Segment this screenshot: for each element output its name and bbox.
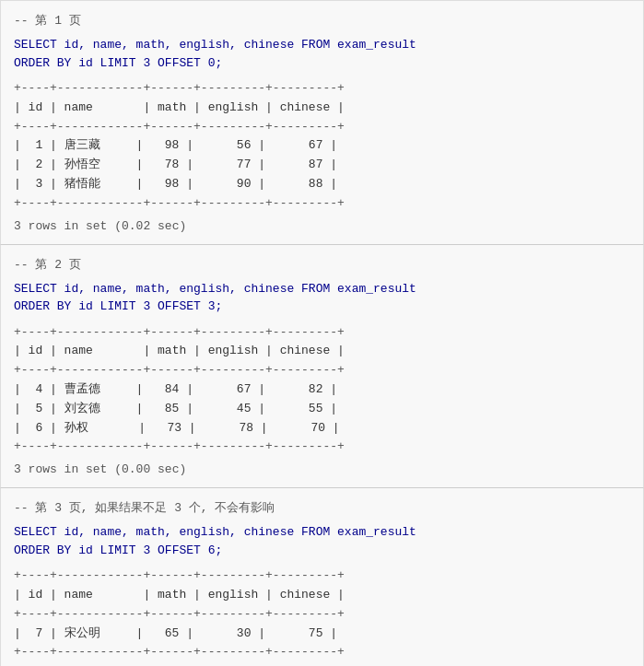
result-status: 3 rows in set (0.00 sec) <box>14 462 630 476</box>
section-3: -- 第 3 页, 如果结果不足 3 个, 不会有影响SELECT id, na… <box>0 488 644 666</box>
sql-line2: ORDER BY id LIMIT 3 OFFSET 6; <box>14 543 222 557</box>
section-comment: -- 第 3 页, 如果结果不足 3 个, 不会有影响 <box>14 499 630 516</box>
table-row: | 1 | 唐三藏 | 98 | 56 | 67 | <box>14 138 337 152</box>
table-header: | id | name | math | english | chinese | <box>14 344 345 357</box>
sql-line1: SELECT id, name, math, english, chinese … <box>14 38 416 52</box>
table-pre: +----+------------+------+---------+----… <box>14 567 630 662</box>
sql-statement: SELECT id, name, math, english, chinese … <box>14 36 630 72</box>
table-pre: +----+------------+------+---------+----… <box>14 323 630 458</box>
result-status: 3 rows in set (0.02 sec) <box>14 219 630 233</box>
sql-line1: SELECT id, name, math, english, chinese … <box>14 282 416 296</box>
table-border-bottom: +----+------------+------+---------+----… <box>14 645 345 659</box>
section-comment: -- 第 1 页 <box>14 12 630 29</box>
result-table: +----+------------+------+---------+----… <box>14 567 630 662</box>
table-divider: +----+------------+------+---------+----… <box>14 363 345 377</box>
table-row: | 2 | 孙悟空 | 78 | 77 | 87 | <box>14 158 337 171</box>
table-border-top: +----+------------+------+---------+----… <box>14 81 345 95</box>
section-comment: -- 第 2 页 <box>14 256 630 273</box>
table-divider: +----+------------+------+---------+----… <box>14 607 345 621</box>
table-header: | id | name | math | english | chinese | <box>14 588 345 602</box>
sql-line2: ORDER BY id LIMIT 3 OFFSET 3; <box>14 299 222 313</box>
table-divider: +----+------------+------+---------+----… <box>14 120 345 134</box>
table-row: | 4 | 曹孟德 | 84 | 67 | 82 | <box>14 382 337 396</box>
table-row: | 7 | 宋公明 | 65 | 30 | 75 | <box>14 626 337 640</box>
sql-statement: SELECT id, name, math, english, chinese … <box>14 523 630 559</box>
table-header: | id | name | math | english | chinese | <box>14 100 345 114</box>
sql-statement: SELECT id, name, math, english, chinese … <box>14 280 630 316</box>
table-border-top: +----+------------+------+---------+----… <box>14 568 345 582</box>
section-2: -- 第 2 页SELECT id, name, math, english, … <box>0 245 644 489</box>
table-row: | 6 | 孙权 | 73 | 78 | 70 | <box>14 421 340 435</box>
sql-line1: SELECT id, name, math, english, chinese … <box>14 525 416 539</box>
sql-line2: ORDER BY id LIMIT 3 OFFSET 0; <box>14 56 222 70</box>
result-table: +----+------------+------+---------+----… <box>14 323 630 458</box>
table-row: | 5 | 刘玄德 | 85 | 45 | 55 | <box>14 402 337 415</box>
table-row: | 3 | 猪悟能 | 98 | 90 | 88 | <box>14 177 337 191</box>
result-table: +----+------------+------+---------+----… <box>14 79 630 214</box>
table-border-bottom: +----+------------+------+---------+----… <box>14 196 345 210</box>
section-1: -- 第 1 页SELECT id, name, math, english, … <box>0 0 644 245</box>
table-border-bottom: +----+------------+------+---------+----… <box>14 439 345 453</box>
table-pre: +----+------------+------+---------+----… <box>14 79 630 214</box>
table-border-top: +----+------------+------+---------+----… <box>14 325 345 339</box>
